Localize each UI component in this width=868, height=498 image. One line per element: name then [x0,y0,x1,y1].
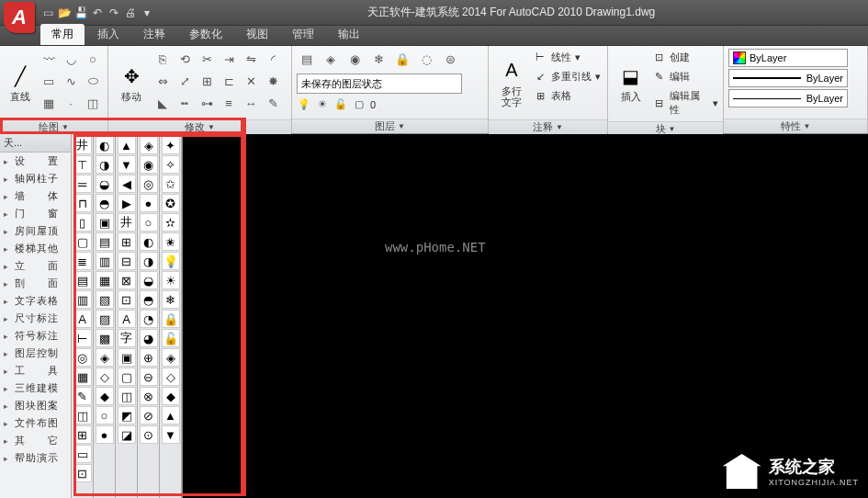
tc5-10-icon[interactable]: 🔒 [162,310,180,328]
tree-item-5[interactable]: ▸楼梯其他 [0,240,71,257]
linetype-button[interactable]: ⊢线性▾ [533,49,601,66]
block-edit-button[interactable]: ✎编辑 [651,68,718,85]
tc5-4-icon[interactable]: ✪ [162,194,180,212]
tc1-elev-icon[interactable]: ▤ [73,271,92,289]
layer-freeze-icon[interactable]: ❄ [368,49,389,69]
panel-modify-label[interactable]: 修改▼ [108,119,291,134]
rotate-icon[interactable]: ⟲ [175,49,195,69]
mirror-icon[interactable]: ⇋ [241,49,261,69]
tc5-1-icon[interactable]: ✦ [162,136,180,154]
panel-layer-label[interactable]: 图层▼ [292,119,488,133]
mleader-button[interactable]: ↙多重引线▾ [533,68,601,85]
linetype-combo[interactable]: ByLayer [728,89,848,108]
tc1-text-icon[interactable]: A [73,310,92,328]
polyline-icon[interactable]: 〰 [39,49,59,69]
tc4-15-icon[interactable]: ⊘ [140,406,158,424]
tc2-1-icon[interactable]: ◐ [96,136,114,154]
tc5-15-icon[interactable]: ▲ [162,406,180,424]
tree-item-11[interactable]: ▸图层控制 [0,345,71,362]
tc2-6-icon[interactable]: ▤ [96,232,114,251]
layer-off-icon[interactable]: ◌ [416,49,436,69]
tree-item-4[interactable]: ▸房间屋顶 [0,222,71,240]
tree-item-7[interactable]: ▸剖 面 [0,275,71,292]
layer-state-combo[interactable]: 未保存的图层状态 [297,74,462,94]
edit-icon[interactable]: ✎ [263,93,283,113]
hatch-icon[interactable]: ▦ [39,93,59,113]
tc1-sym-icon[interactable]: ◎ [73,348,92,367]
tree-item-13[interactable]: ▸三维建模 [0,379,71,397]
qat-save-icon[interactable]: 💾 [73,6,88,20]
insert-button[interactable]: ⬓ 插入 [613,49,648,117]
tc2-5-icon[interactable]: ▣ [96,213,114,232]
align-icon[interactable]: ≡ [219,93,239,113]
offset-icon[interactable]: ⊏ [219,71,239,91]
tree-item-12[interactable]: ▸工 具 [0,362,71,379]
point-icon[interactable]: · [61,93,81,113]
explode-icon[interactable]: ✸ [263,71,283,91]
tc1-tool-icon[interactable]: ✎ [73,387,92,405]
tree-item-9[interactable]: ▸尺寸标注 [0,310,71,327]
tree-item-1[interactable]: ▸轴网柱子 [0,170,71,187]
block-create-button[interactable]: ⊡创建 [651,49,718,66]
tc5-3-icon[interactable]: ✩ [162,175,180,193]
tc3-8-icon[interactable]: ⊠ [118,271,136,289]
tree-item-0[interactable]: ▸设 置 [0,153,71,170]
tc5-6-icon[interactable]: ✬ [162,232,180,251]
drawing-canvas[interactable]: www.pHome.NET 系统之家 XITONGZHIJIA.NET [183,134,868,498]
tree-item-16[interactable]: ▸其 它 [0,432,71,449]
tab-home[interactable]: 常用 [40,24,85,45]
spline-icon[interactable]: ∿ [61,71,81,91]
color-combo[interactable]: ByLayer [728,49,848,67]
tc5-5-icon[interactable]: ✫ [162,213,180,232]
layer-match-icon[interactable]: ⊜ [440,49,460,69]
tc4-4-icon[interactable]: ● [140,194,158,212]
tc1-lay-icon[interactable]: ▦ [73,368,92,386]
tc2-12-icon[interactable]: ◈ [96,348,114,367]
lengthen-icon[interactable]: ↔ [241,93,261,113]
qat-new-icon[interactable]: ▭ [40,6,55,20]
tc3-3-icon[interactable]: ◀ [118,175,136,193]
line-button[interactable]: ╱ 直线 [5,49,36,117]
tc5-8-icon[interactable]: ☀ [162,271,180,289]
tc5-16-icon[interactable]: ▼ [162,425,180,444]
tc3-1-icon[interactable]: ▲ [118,136,136,154]
chamfer-icon[interactable]: ◣ [152,93,173,113]
tc2-16-icon[interactable]: ● [96,425,114,444]
tc1-wall-icon[interactable]: ═ [73,175,92,193]
tc4-14-icon[interactable]: ⊗ [140,387,158,405]
tc4-12-icon[interactable]: ⊕ [140,348,158,367]
tc3-13-icon[interactable]: ▢ [118,368,136,386]
array-icon[interactable]: ⊞ [197,71,217,91]
tree-item-2[interactable]: ▸墙 体 [0,187,71,205]
tc1-room-icon[interactable]: ▢ [73,232,92,251]
tc4-7-icon[interactable]: ◑ [140,252,158,270]
tree-item-3[interactable]: ▸门 窗 [0,205,71,222]
join-icon[interactable]: ⊶ [197,93,217,113]
tc1-stair-icon[interactable]: ≣ [73,252,92,270]
panel-draw-label[interactable]: 绘图▼ [0,119,107,134]
current-layer-combo[interactable]: 💡 ☀ 🔓 ▢ 0 [297,96,483,112]
tc2-11-icon[interactable]: ▩ [96,329,114,347]
tc2-10-icon[interactable]: ▨ [96,310,114,328]
tc3-11-icon[interactable]: 字 [118,329,136,347]
tc3-15-icon[interactable]: ◩ [118,406,136,424]
tree-item-8[interactable]: ▸文字表格 [0,292,71,310]
app-menu-button[interactable]: A [4,2,35,33]
tc5-12-icon[interactable]: ◈ [162,348,180,367]
extend-icon[interactable]: ⇥ [219,49,239,69]
tc2-15-icon[interactable]: ○ [96,406,114,424]
tab-annotate[interactable]: 注释 [132,24,176,45]
tc5-7-icon[interactable]: 💡 [162,252,180,270]
tc2-14-icon[interactable]: ◆ [96,387,114,405]
tc2-3-icon[interactable]: ◒ [96,175,114,193]
panel-annotate-label[interactable]: 注释▼ [489,119,607,134]
stretch-icon[interactable]: ⇔ [152,71,173,91]
tab-output[interactable]: 输出 [327,24,371,45]
tree-item-6[interactable]: ▸立 面 [0,257,71,275]
tc1-door-icon[interactable]: ⊓ [73,194,92,212]
tc1-dim-icon[interactable]: ⊢ [73,329,92,347]
trim-icon[interactable]: ✂ [197,49,217,69]
tc3-16-icon[interactable]: ◪ [118,425,136,444]
tc1-col-icon[interactable]: ⊤ [73,155,92,174]
ellipse-icon[interactable]: ⬭ [83,71,103,91]
